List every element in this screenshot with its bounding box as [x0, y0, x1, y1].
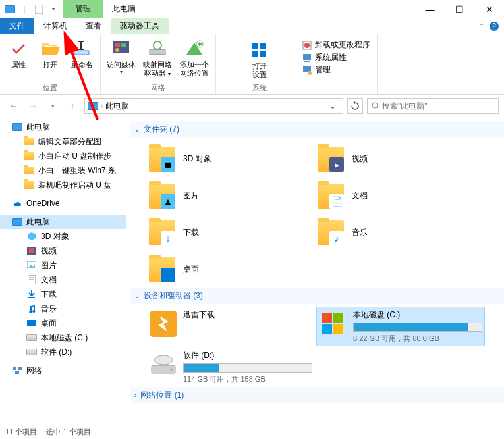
media-icon: [111, 38, 132, 59]
music-icon: ♪: [329, 231, 344, 245]
svg-rect-29: [18, 367, 22, 370]
tree-folder[interactable]: 装机吧制作启动 U 盘: [0, 178, 126, 192]
open-settings-button[interactable]: 打开设置: [245, 38, 274, 79]
settings-icon: [249, 39, 270, 61]
tree-drive-d[interactable]: 软件 (D:): [0, 345, 126, 359]
ribbon-collapse-icon[interactable]: ⌃: [479, 22, 484, 30]
tab-file[interactable]: 文件: [0, 18, 34, 34]
drive-xunlei[interactable]: 迅雷下载: [146, 307, 315, 346]
section-network-locations[interactable]: ›网络位置 (1): [130, 387, 504, 403]
folder-desktop[interactable]: 桌面: [146, 251, 315, 288]
chevron-down-icon: ⌄: [134, 292, 140, 299]
rename-button[interactable]: 重命名: [67, 37, 96, 69]
desktop-icon: [26, 318, 37, 328]
tab-drive-tools[interactable]: 驱动器工具: [111, 18, 169, 34]
manage-button[interactable]: 管理: [302, 65, 370, 76]
title-bar: | ▾ 管理 此电脑 — ☐ ✕: [0, 0, 504, 18]
svg-rect-15: [303, 54, 311, 60]
pc-icon[interactable]: [4, 3, 16, 15]
folder-pictures[interactable]: ▲图片: [146, 177, 315, 214]
folder-downloads[interactable]: ↓下载: [146, 214, 315, 251]
search-box[interactable]: [367, 98, 499, 114]
tree-this-pc[interactable]: 此电脑: [0, 215, 126, 229]
folder-3d-objects[interactable]: ◼3D 对象: [146, 140, 315, 177]
navigation-tree[interactable]: 此电脑 编辑文章部分配图 小白启动 U 盘制作步 小白一键重装 Win7 系 装…: [0, 117, 126, 425]
status-bar: 11 个项目 选中 1 个项目: [0, 425, 504, 439]
map-drive-icon: [147, 38, 168, 59]
recent-dropdown[interactable]: ▾: [45, 98, 61, 114]
document-icon: [26, 274, 37, 285]
checkmark-icon: [8, 38, 29, 59]
folder-music[interactable]: ♪音乐: [315, 214, 484, 251]
tree-music[interactable]: 音乐: [0, 301, 126, 316]
quick-access-toolbar: | ▾: [0, 3, 63, 15]
film-icon: ▸: [329, 157, 344, 172]
tree-onedrive[interactable]: OneDrive: [0, 196, 126, 211]
section-folders[interactable]: ⌄文件夹 (7): [130, 121, 504, 138]
music-icon: [26, 303, 37, 314]
tree-documents[interactable]: 文档: [0, 272, 126, 287]
close-button[interactable]: ✕: [474, 0, 504, 18]
ribbon: 属性 打开 重命名 位置 访问媒体 ▾ 映射网络驱动器 ▾: [0, 34, 504, 95]
drive-d[interactable]: 软件 (D:) 114 GB 可用，共 158 GB: [146, 348, 315, 387]
folder-documents[interactable]: 📄文档: [315, 177, 484, 214]
tree-folder[interactable]: 小白启动 U 盘制作步: [0, 149, 126, 163]
back-button[interactable]: ←: [5, 98, 21, 114]
refresh-button[interactable]: [347, 98, 363, 114]
svg-rect-33: [333, 313, 343, 323]
tab-view[interactable]: 查看: [76, 18, 111, 34]
forward-button[interactable]: →: [25, 98, 41, 114]
tree-this-pc-quick[interactable]: 此电脑: [0, 120, 126, 134]
section-drives[interactable]: ⌄设备和驱动器 (3): [130, 288, 504, 304]
window-title: 此电脑: [103, 3, 145, 14]
desktop-icon: [161, 268, 175, 282]
film-icon: [26, 245, 37, 256]
breadcrumb-dropdown-icon[interactable]: ⌄: [325, 101, 340, 111]
tree-folder[interactable]: 编辑文章部分配图: [0, 134, 126, 149]
maximize-button[interactable]: ☐: [445, 0, 474, 18]
ribbon-group-location: 属性 打开 重命名 位置: [0, 34, 101, 94]
svg-point-19: [372, 103, 378, 108]
tree-network[interactable]: 网络: [0, 363, 126, 378]
svg-point-38: [154, 355, 173, 365]
breadcrumb[interactable]: 此电脑: [105, 101, 129, 112]
minimize-button[interactable]: —: [415, 0, 445, 18]
tree-pictures[interactable]: 图片: [0, 258, 126, 272]
download-icon: ↓: [161, 231, 175, 245]
chevron-down-icon: ⌄: [134, 126, 140, 133]
svg-rect-10: [260, 43, 266, 49]
search-icon: [372, 102, 379, 111]
svg-rect-0: [35, 5, 43, 14]
up-button[interactable]: ↑: [65, 98, 80, 114]
properties-button[interactable]: 属性: [4, 37, 33, 69]
drive-c[interactable]: 本地磁盘 (C:) 8.22 GB 可用，共 80.0 GB: [316, 307, 485, 346]
cube-icon: [26, 231, 37, 242]
picture-icon: [26, 260, 37, 271]
svg-point-5: [115, 48, 119, 52]
tree-downloads[interactable]: 下载: [0, 287, 126, 301]
tree-videos[interactable]: 视频: [0, 244, 126, 258]
uninstall-programs-button[interactable]: 卸载或更改程序: [302, 39, 370, 51]
folder-videos[interactable]: ▸视频: [315, 140, 484, 177]
tree-drive-c[interactable]: 本地磁盘 (C:): [0, 330, 126, 345]
tree-desktop[interactable]: 桌面: [0, 316, 126, 330]
help-icon[interactable]: ?: [490, 22, 499, 31]
document-icon[interactable]: [33, 3, 45, 15]
tree-folder[interactable]: 小白一键重装 Win7 系: [0, 163, 126, 178]
tab-computer[interactable]: 计算机: [34, 18, 76, 34]
content-pane[interactable]: ⌄文件夹 (7) ◼3D 对象 ▸视频 ▲图片 📄文档 ↓下载 ♪音乐 桌面 ⌄…: [126, 117, 504, 425]
rename-icon: [71, 38, 92, 59]
map-drive-button[interactable]: 映射网络驱动器 ▾: [140, 37, 175, 78]
system-properties-button[interactable]: 系统属性: [302, 52, 370, 63]
access-media-button[interactable]: 访问媒体 ▾: [105, 37, 138, 75]
svg-point-37: [171, 369, 173, 371]
contextual-tab-manage[interactable]: 管理: [63, 0, 103, 18]
search-input[interactable]: [382, 101, 494, 111]
open-button[interactable]: 打开: [36, 37, 65, 69]
qat-dropdown-icon[interactable]: ▾: [47, 3, 59, 15]
svg-rect-6: [150, 49, 165, 55]
folder-open-icon: [40, 38, 61, 59]
address-bar[interactable]: › 此电脑 ⌄: [84, 98, 343, 114]
tree-3d-objects[interactable]: 3D 对象: [0, 229, 126, 244]
add-network-location-button[interactable]: 添加一个网络位置: [177, 37, 211, 78]
